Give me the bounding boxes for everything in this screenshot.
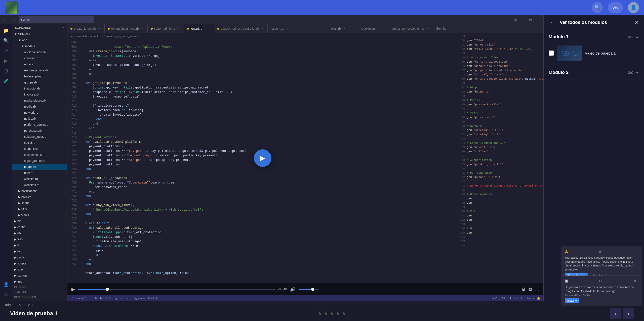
git-branch[interactable]: ⎇ develop* [70, 297, 86, 300]
encoding[interactable]: UTF-8 [510, 297, 518, 300]
file-notice[interactable]: notice.rb [12, 116, 67, 122]
sidebar-root[interactable]: ▼ SBR-API [12, 31, 67, 37]
tab-stripe-receipt[interactable]: get_stripe_receipt_url.rb × [388, 24, 433, 33]
tab-close-super-admin[interactable]: × [177, 27, 181, 31]
file-sabionet-user[interactable]: sabionet_user.rb [12, 134, 67, 140]
file-audit-version[interactable]: audit_version.rb [12, 49, 67, 55]
user-avatar[interactable]: 👤 [628, 2, 639, 13]
layout-icon-3[interactable]: ⊠ [528, 17, 533, 22]
tab-tenant[interactable]: tenant.rb × [184, 24, 214, 33]
star-2[interactable]: ★ [323, 310, 328, 317]
tab-tenant-input-type[interactable]: tenant_input_type.rb × [105, 24, 147, 33]
forward-nav-button[interactable]: → [11, 17, 17, 23]
module-2-header[interactable]: Modulo 2 0/0 ▼ [544, 66, 644, 79]
activity-explorer[interactable]: 📁 [2, 26, 11, 35]
progress-bar[interactable] [78, 289, 275, 290]
tab-more[interactable]: ··· [298, 24, 328, 33]
line-col[interactable]: Ln 715, Col 6 [491, 297, 507, 300]
file-marketplaces[interactable]: marketplaces.rb [12, 98, 67, 104]
tab-create-tenant[interactable]: create_tenant.rb × [67, 24, 105, 33]
tab-close-google[interactable]: × [260, 27, 264, 31]
play-pause-button[interactable]: ▶ [71, 287, 75, 292]
sidebar-shrine[interactable]: ▶shrine [12, 200, 67, 206]
activity-testing[interactable]: 🧪 [2, 76, 11, 85]
settings-button[interactable]: ⚙ [521, 287, 526, 292]
line-ending[interactable]: LF [521, 297, 524, 300]
sidebar-utils[interactable]: ▶utils [12, 206, 67, 212]
file-invoices[interactable]: invoices.rb [12, 91, 67, 98]
back-nav-button[interactable]: ← [3, 17, 9, 23]
layout-icon-4[interactable]: ⋯ [535, 17, 541, 22]
tab-close-lesson[interactable]: × [285, 27, 289, 31]
tab-close-tenant-input[interactable]: × [140, 27, 144, 31]
file-subscriptions[interactable]: subscriptions.rb [12, 152, 67, 158]
prev-lesson-button[interactable]: ‹ [610, 308, 621, 319]
module-1-header[interactable]: Modulo 1 0/1 ▲ [544, 30, 644, 43]
file-super-admin[interactable]: super_admin.rb [12, 158, 67, 164]
file-media[interactable]: media.rb [12, 104, 67, 110]
progress-thumb[interactable] [106, 288, 109, 291]
tab-west[interactable]: west.rb × [328, 24, 358, 33]
star-1[interactable]: ★ [317, 310, 322, 317]
pip-button[interactable]: ⧉ [529, 287, 532, 292]
tab-close-tenant[interactable]: × [204, 27, 208, 31]
sidebar-config[interactable]: ▶config [12, 224, 67, 230]
fullscreen-button[interactable]: ⛶ [535, 287, 539, 292]
volume-thumb[interactable] [311, 288, 314, 291]
activity-extensions[interactable]: ⊞ [2, 66, 11, 75]
back-button[interactable]: ← [549, 19, 557, 27]
activity-search[interactable]: 🔍 [2, 36, 11, 45]
activity-accounts[interactable]: 👤 [2, 280, 11, 289]
sidebar-policies[interactable]: ▶policies [12, 194, 67, 200]
tab-close-stripe[interactable]: × [426, 27, 430, 31]
file-student[interactable]: student.rb [12, 146, 67, 152]
sidebar-views[interactable]: ▶views [12, 212, 67, 218]
jira-signin[interactable]: Sign in to Jira [113, 297, 130, 300]
tab-close-create-tenant[interactable]: × [97, 27, 101, 31]
activity-git[interactable]: ⎇ [2, 46, 11, 55]
sidebar-public[interactable]: ▶public [12, 254, 67, 260]
tab-sidekiq[interactable]: sidekiq.yml × [358, 24, 388, 33]
search-input[interactable] [19, 16, 94, 23]
breadcrumb-module[interactable]: Modulo 1 [19, 303, 33, 307]
star-3[interactable]: ★ [329, 310, 334, 317]
sidebar-db[interactable]: ▶db [12, 230, 67, 236]
activity-debug[interactable]: ▶ [2, 56, 11, 65]
feedback-icon[interactable]: 🔔 [537, 297, 540, 300]
activity-settings[interactable]: ⚙ [2, 290, 11, 299]
star-5[interactable]: ★ [341, 310, 346, 317]
file-instructor[interactable]: instructor.rb [12, 85, 67, 91]
close-panel-button[interactable]: ✕ [634, 19, 639, 26]
layout-icon-1[interactable]: ⊞ [513, 17, 518, 22]
file-courses[interactable]: courses.rb [12, 55, 67, 61]
video-item-1[interactable]: def get_stripe Stripe.api_key response =… [544, 43, 644, 63]
volume-bar[interactable] [299, 289, 319, 290]
app-logo[interactable] [5, 1, 18, 14]
sidebar-notifications[interactable]: ▶notifications [12, 188, 67, 194]
file-social[interactable]: social.rb [12, 140, 67, 146]
sidebar-storage[interactable]: ▶storage [12, 272, 67, 279]
sidebar-lib[interactable]: ▶lib [12, 242, 67, 248]
sidebar-files[interactable]: ▶files [12, 236, 67, 242]
file-feature-plan[interactable]: feature_plan.rb [12, 73, 67, 79]
file-emails[interactable]: emails.rb [12, 61, 67, 67]
tab-gemfile[interactable]: Gemfile × [433, 24, 463, 33]
layout-icon-2[interactable]: ⊟ [520, 17, 526, 22]
search-button[interactable]: 🔍 [592, 2, 603, 13]
sidebar-models-folder[interactable]: ▼ models [12, 43, 67, 49]
sync-indicator[interactable]: ↕ 0 ↓ 0 [89, 297, 97, 300]
file-website[interactable]: website.rb [12, 176, 67, 182]
file-tenant[interactable]: tenant.rb [12, 164, 67, 170]
tab-super-admin[interactable]: super_admin.rb × [148, 24, 184, 33]
tab-close-gemfile[interactable]: × [448, 27, 452, 31]
bitbucket-signin[interactable]: Sign in to Bitbucket [133, 297, 157, 300]
volume-button[interactable]: 🔊 [290, 287, 296, 292]
tab-lesson[interactable]: lesson_... × [268, 24, 298, 33]
file-network[interactable]: network.rb [12, 110, 67, 116]
next-lesson-button[interactable]: › [623, 308, 634, 319]
language-mode[interactable]: Ruby [527, 297, 534, 300]
file-groups[interactable]: groups.rb [12, 79, 67, 85]
sidebar-scripts[interactable]: ▶scripts [12, 260, 67, 266]
tab-close-west[interactable]: × [342, 27, 346, 31]
file-websites[interactable]: websites.rb [12, 182, 67, 188]
